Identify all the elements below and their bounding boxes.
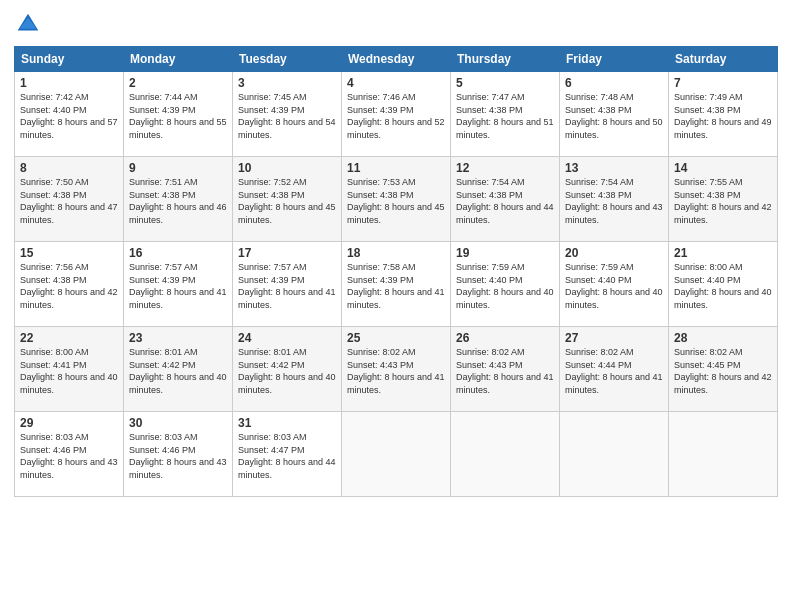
day-info: Sunrise: 8:01 AM Sunset: 4:42 PM Dayligh… bbox=[129, 346, 227, 396]
day-number: 9 bbox=[129, 161, 227, 175]
day-info: Sunrise: 8:03 AM Sunset: 4:46 PM Dayligh… bbox=[20, 431, 118, 481]
day-info: Sunrise: 8:02 AM Sunset: 4:44 PM Dayligh… bbox=[565, 346, 663, 396]
day-info: Sunrise: 7:59 AM Sunset: 4:40 PM Dayligh… bbox=[456, 261, 554, 311]
calendar-day-cell: 5 Sunrise: 7:47 AM Sunset: 4:38 PM Dayli… bbox=[451, 72, 560, 157]
calendar-header-row: SundayMondayTuesdayWednesdayThursdayFrid… bbox=[15, 47, 778, 72]
logo bbox=[14, 10, 46, 38]
day-number: 3 bbox=[238, 76, 336, 90]
calendar-day-cell: 10 Sunrise: 7:52 AM Sunset: 4:38 PM Dayl… bbox=[233, 157, 342, 242]
calendar-day-cell bbox=[342, 412, 451, 497]
svg-marker-1 bbox=[20, 17, 37, 28]
logo-icon bbox=[14, 10, 42, 38]
day-info: Sunrise: 7:54 AM Sunset: 4:38 PM Dayligh… bbox=[456, 176, 554, 226]
calendar-day-cell bbox=[451, 412, 560, 497]
day-number: 19 bbox=[456, 246, 554, 260]
calendar-day-cell: 29 Sunrise: 8:03 AM Sunset: 4:46 PM Dayl… bbox=[15, 412, 124, 497]
calendar-day-cell: 6 Sunrise: 7:48 AM Sunset: 4:38 PM Dayli… bbox=[560, 72, 669, 157]
calendar-day-cell: 7 Sunrise: 7:49 AM Sunset: 4:38 PM Dayli… bbox=[669, 72, 778, 157]
calendar-day-header: Sunday bbox=[15, 47, 124, 72]
day-info: Sunrise: 7:46 AM Sunset: 4:39 PM Dayligh… bbox=[347, 91, 445, 141]
day-number: 18 bbox=[347, 246, 445, 260]
calendar-day-header: Tuesday bbox=[233, 47, 342, 72]
day-info: Sunrise: 7:45 AM Sunset: 4:39 PM Dayligh… bbox=[238, 91, 336, 141]
day-number: 26 bbox=[456, 331, 554, 345]
day-info: Sunrise: 7:49 AM Sunset: 4:38 PM Dayligh… bbox=[674, 91, 772, 141]
calendar-day-cell: 18 Sunrise: 7:58 AM Sunset: 4:39 PM Dayl… bbox=[342, 242, 451, 327]
day-info: Sunrise: 7:57 AM Sunset: 4:39 PM Dayligh… bbox=[129, 261, 227, 311]
day-number: 17 bbox=[238, 246, 336, 260]
day-number: 24 bbox=[238, 331, 336, 345]
day-info: Sunrise: 8:03 AM Sunset: 4:47 PM Dayligh… bbox=[238, 431, 336, 481]
calendar-day-header: Saturday bbox=[669, 47, 778, 72]
day-number: 1 bbox=[20, 76, 118, 90]
day-info: Sunrise: 8:01 AM Sunset: 4:42 PM Dayligh… bbox=[238, 346, 336, 396]
day-number: 23 bbox=[129, 331, 227, 345]
calendar-day-cell: 28 Sunrise: 8:02 AM Sunset: 4:45 PM Dayl… bbox=[669, 327, 778, 412]
calendar-day-cell: 31 Sunrise: 8:03 AM Sunset: 4:47 PM Dayl… bbox=[233, 412, 342, 497]
calendar-day-cell: 27 Sunrise: 8:02 AM Sunset: 4:44 PM Dayl… bbox=[560, 327, 669, 412]
calendar-day-cell: 19 Sunrise: 7:59 AM Sunset: 4:40 PM Dayl… bbox=[451, 242, 560, 327]
calendar-table: SundayMondayTuesdayWednesdayThursdayFrid… bbox=[14, 46, 778, 497]
day-info: Sunrise: 8:02 AM Sunset: 4:43 PM Dayligh… bbox=[347, 346, 445, 396]
day-info: Sunrise: 7:50 AM Sunset: 4:38 PM Dayligh… bbox=[20, 176, 118, 226]
day-number: 28 bbox=[674, 331, 772, 345]
day-number: 15 bbox=[20, 246, 118, 260]
calendar-day-header: Thursday bbox=[451, 47, 560, 72]
day-number: 29 bbox=[20, 416, 118, 430]
calendar-day-cell: 17 Sunrise: 7:57 AM Sunset: 4:39 PM Dayl… bbox=[233, 242, 342, 327]
calendar-day-cell: 20 Sunrise: 7:59 AM Sunset: 4:40 PM Dayl… bbox=[560, 242, 669, 327]
day-number: 8 bbox=[20, 161, 118, 175]
page-header bbox=[14, 10, 778, 38]
day-info: Sunrise: 8:00 AM Sunset: 4:40 PM Dayligh… bbox=[674, 261, 772, 311]
day-info: Sunrise: 7:56 AM Sunset: 4:38 PM Dayligh… bbox=[20, 261, 118, 311]
calendar-day-cell: 14 Sunrise: 7:55 AM Sunset: 4:38 PM Dayl… bbox=[669, 157, 778, 242]
day-number: 31 bbox=[238, 416, 336, 430]
calendar-day-cell bbox=[669, 412, 778, 497]
day-number: 27 bbox=[565, 331, 663, 345]
day-info: Sunrise: 7:52 AM Sunset: 4:38 PM Dayligh… bbox=[238, 176, 336, 226]
calendar-day-cell: 3 Sunrise: 7:45 AM Sunset: 4:39 PM Dayli… bbox=[233, 72, 342, 157]
day-number: 14 bbox=[674, 161, 772, 175]
calendar-day-cell: 12 Sunrise: 7:54 AM Sunset: 4:38 PM Dayl… bbox=[451, 157, 560, 242]
day-number: 4 bbox=[347, 76, 445, 90]
calendar-week-row: 1 Sunrise: 7:42 AM Sunset: 4:40 PM Dayli… bbox=[15, 72, 778, 157]
day-number: 16 bbox=[129, 246, 227, 260]
day-number: 6 bbox=[565, 76, 663, 90]
calendar-day-cell: 1 Sunrise: 7:42 AM Sunset: 4:40 PM Dayli… bbox=[15, 72, 124, 157]
calendar-day-cell: 22 Sunrise: 8:00 AM Sunset: 4:41 PM Dayl… bbox=[15, 327, 124, 412]
day-number: 20 bbox=[565, 246, 663, 260]
day-info: Sunrise: 7:48 AM Sunset: 4:38 PM Dayligh… bbox=[565, 91, 663, 141]
calendar-week-row: 15 Sunrise: 7:56 AM Sunset: 4:38 PM Dayl… bbox=[15, 242, 778, 327]
calendar-day-cell: 2 Sunrise: 7:44 AM Sunset: 4:39 PM Dayli… bbox=[124, 72, 233, 157]
day-info: Sunrise: 8:02 AM Sunset: 4:45 PM Dayligh… bbox=[674, 346, 772, 396]
calendar-day-header: Monday bbox=[124, 47, 233, 72]
calendar-week-row: 22 Sunrise: 8:00 AM Sunset: 4:41 PM Dayl… bbox=[15, 327, 778, 412]
calendar-day-cell: 21 Sunrise: 8:00 AM Sunset: 4:40 PM Dayl… bbox=[669, 242, 778, 327]
day-number: 21 bbox=[674, 246, 772, 260]
day-info: Sunrise: 7:57 AM Sunset: 4:39 PM Dayligh… bbox=[238, 261, 336, 311]
calendar-day-cell: 30 Sunrise: 8:03 AM Sunset: 4:46 PM Dayl… bbox=[124, 412, 233, 497]
calendar-day-cell bbox=[560, 412, 669, 497]
calendar-day-cell: 25 Sunrise: 8:02 AM Sunset: 4:43 PM Dayl… bbox=[342, 327, 451, 412]
calendar-day-cell: 23 Sunrise: 8:01 AM Sunset: 4:42 PM Dayl… bbox=[124, 327, 233, 412]
day-info: Sunrise: 7:47 AM Sunset: 4:38 PM Dayligh… bbox=[456, 91, 554, 141]
calendar-day-cell: 24 Sunrise: 8:01 AM Sunset: 4:42 PM Dayl… bbox=[233, 327, 342, 412]
calendar-day-cell: 8 Sunrise: 7:50 AM Sunset: 4:38 PM Dayli… bbox=[15, 157, 124, 242]
day-info: Sunrise: 8:03 AM Sunset: 4:46 PM Dayligh… bbox=[129, 431, 227, 481]
day-info: Sunrise: 8:02 AM Sunset: 4:43 PM Dayligh… bbox=[456, 346, 554, 396]
calendar-day-cell: 4 Sunrise: 7:46 AM Sunset: 4:39 PM Dayli… bbox=[342, 72, 451, 157]
day-number: 30 bbox=[129, 416, 227, 430]
day-number: 22 bbox=[20, 331, 118, 345]
calendar-day-header: Friday bbox=[560, 47, 669, 72]
calendar-day-cell: 16 Sunrise: 7:57 AM Sunset: 4:39 PM Dayl… bbox=[124, 242, 233, 327]
day-number: 5 bbox=[456, 76, 554, 90]
day-info: Sunrise: 7:53 AM Sunset: 4:38 PM Dayligh… bbox=[347, 176, 445, 226]
day-number: 25 bbox=[347, 331, 445, 345]
calendar-day-cell: 11 Sunrise: 7:53 AM Sunset: 4:38 PM Dayl… bbox=[342, 157, 451, 242]
calendar-day-cell: 13 Sunrise: 7:54 AM Sunset: 4:38 PM Dayl… bbox=[560, 157, 669, 242]
calendar-day-cell: 26 Sunrise: 8:02 AM Sunset: 4:43 PM Dayl… bbox=[451, 327, 560, 412]
day-info: Sunrise: 7:51 AM Sunset: 4:38 PM Dayligh… bbox=[129, 176, 227, 226]
day-number: 2 bbox=[129, 76, 227, 90]
page-container: SundayMondayTuesdayWednesdayThursdayFrid… bbox=[0, 0, 792, 612]
day-info: Sunrise: 8:00 AM Sunset: 4:41 PM Dayligh… bbox=[20, 346, 118, 396]
